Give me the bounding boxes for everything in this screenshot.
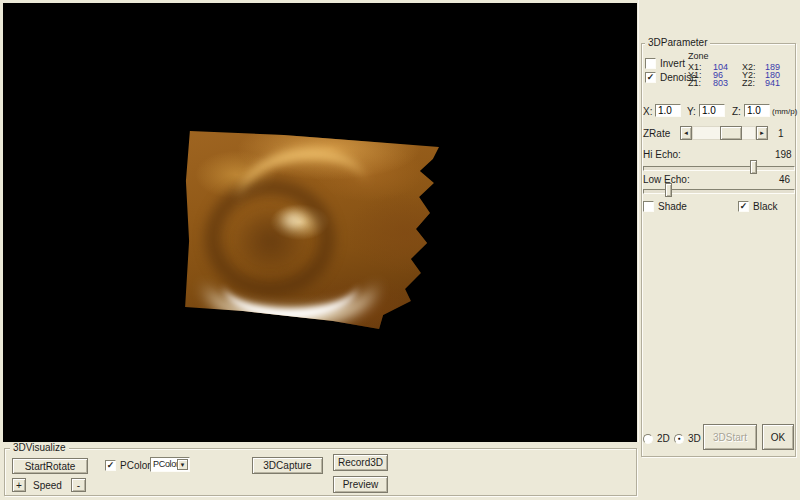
speed-minus-button[interactable]: - bbox=[71, 478, 86, 492]
shade-checkbox-box bbox=[643, 201, 654, 212]
speed-plus-button[interactable]: + bbox=[12, 478, 26, 492]
dropdown-arrow-icon[interactable]: ▼ bbox=[177, 459, 188, 470]
speed-label: Speed bbox=[33, 480, 62, 491]
hi-echo-slider-track[interactable] bbox=[643, 166, 795, 171]
invert-checkbox[interactable]: Invert bbox=[645, 58, 685, 69]
render-bright-spot bbox=[278, 209, 308, 231]
app-window: 3DParameter Invert ✓ Denoise Zone X1: 10… bbox=[0, 0, 800, 500]
radio-2d-circle bbox=[643, 434, 653, 444]
hi-echo-slider-thumb[interactable] bbox=[750, 160, 757, 174]
shade-checkbox-label: Shade bbox=[658, 201, 687, 212]
z1-label: Z1: bbox=[688, 78, 701, 88]
z2-label: Z2: bbox=[742, 78, 755, 88]
pcolor-checkbox[interactable]: ✓ PColor bbox=[105, 460, 151, 471]
3dstart-button[interactable]: 3DStart bbox=[703, 424, 757, 450]
low-echo-slider-thumb[interactable] bbox=[665, 183, 672, 197]
radio-3d-label: 3D bbox=[688, 433, 701, 444]
zrate-scroll-thumb[interactable] bbox=[720, 126, 742, 140]
denoise-checkbox-box: ✓ bbox=[645, 72, 656, 83]
radio-2d-label: 2D bbox=[657, 433, 670, 444]
invert-checkbox-label: Invert bbox=[660, 58, 685, 69]
radio-2d[interactable]: 2D bbox=[643, 433, 670, 444]
3d-viewport[interactable] bbox=[3, 3, 637, 442]
x-scale-input[interactable] bbox=[655, 104, 681, 117]
start-rotate-button[interactable]: StartRotate bbox=[12, 458, 88, 474]
invert-checkbox-box bbox=[645, 58, 656, 69]
black-checkbox[interactable]: ✓ Black bbox=[738, 201, 777, 212]
scale-unit-label: (mm/p) bbox=[772, 107, 797, 116]
render-crescent-core bbox=[223, 249, 358, 319]
zrate-scroll-right-button[interactable]: ► bbox=[756, 126, 768, 140]
record3d-button[interactable]: Record3D bbox=[333, 454, 388, 471]
zrate-label: ZRate bbox=[643, 128, 670, 139]
pcolor-combobox[interactable]: PColor ▼ bbox=[150, 457, 190, 472]
low-echo-slider bbox=[643, 182, 795, 198]
zrate-value: 1 bbox=[778, 128, 784, 139]
ultrasound-render bbox=[183, 121, 448, 336]
z1-value: 803 bbox=[713, 78, 728, 88]
radio-3d-circle: ● bbox=[674, 434, 684, 444]
hi-echo-slider bbox=[643, 159, 795, 175]
y-scale-input[interactable] bbox=[699, 104, 725, 117]
3dparameter-group-title: 3DParameter bbox=[645, 38, 710, 48]
radio-3d[interactable]: ● 3D bbox=[674, 433, 701, 444]
scroll-right-icon: ► bbox=[759, 130, 765, 136]
pcolor-checkbox-box: ✓ bbox=[105, 460, 116, 471]
zrate-scrollbar: ◄ ► bbox=[680, 126, 768, 140]
black-checkbox-box: ✓ bbox=[738, 201, 749, 212]
x-scale-label: X: bbox=[643, 106, 652, 117]
shade-checkbox[interactable]: Shade bbox=[643, 201, 687, 212]
z-scale-label: Z: bbox=[732, 106, 741, 117]
preview-button[interactable]: Preview bbox=[333, 476, 388, 493]
3dcapture-button[interactable]: 3DCapture bbox=[252, 457, 323, 474]
scroll-left-icon: ◄ bbox=[683, 130, 689, 136]
black-checkbox-label: Black bbox=[753, 201, 777, 212]
pcolor-combobox-value: PColor bbox=[153, 459, 179, 469]
y-scale-label: Y: bbox=[687, 106, 696, 117]
panel-divider bbox=[638, 0, 639, 442]
zone-title: Zone bbox=[688, 51, 709, 61]
ok-button[interactable]: OK bbox=[762, 424, 794, 450]
z-scale-input[interactable] bbox=[744, 104, 770, 117]
3dvisualize-group-title: 3DVisualize bbox=[10, 443, 69, 453]
pcolor-checkbox-label: PColor bbox=[120, 460, 151, 471]
z2-value: 941 bbox=[765, 78, 780, 88]
zrate-scroll-left-button[interactable]: ◄ bbox=[680, 126, 692, 140]
